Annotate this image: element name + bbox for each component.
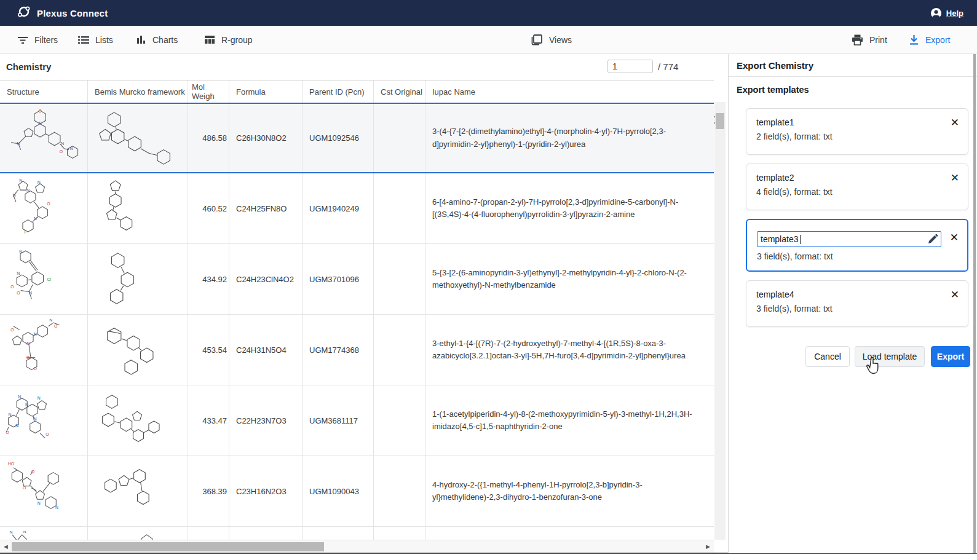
delete-template-icon[interactable]: ✕ — [951, 290, 959, 300]
framework-cell — [88, 244, 188, 314]
table-row[interactable]: NN — [0, 527, 714, 540]
table-row[interactable]: NNNNONNO 433.47 C22H23N7O3 UGM3681117 1-… — [0, 385, 714, 456]
iupac-name-value: 4-hydroxy-2-({1-methyl-4-phenyl-1H-pyrro… — [432, 479, 700, 503]
help-label: Help — [946, 9, 963, 18]
table-row[interactable]: NNClONO 434.92 C24H23ClN4O2 UGM3701096 5… — [0, 244, 714, 315]
horizontal-scrollbar[interactable]: ◄ ► — [0, 540, 714, 553]
framework-cell — [88, 173, 188, 243]
table-row[interactable]: HOOONN 368.39 C23H16N2O3 UGM1090043 4-hy… — [0, 456, 714, 527]
svg-text:Cl: Cl — [47, 277, 52, 282]
molecule-structure-drawing: NNNNONNO — [4, 390, 84, 451]
svg-text:HO: HO — [8, 462, 14, 466]
structure-cell: NNNONFN — [0, 173, 88, 243]
svg-text:O: O — [47, 202, 50, 206]
bar-chart-icon — [136, 35, 146, 44]
table-row[interactable]: ONNNON 486.58 C26H30N8O2 UGM1092546 3-(4… — [0, 103, 714, 173]
mol-weight-value: 460.52 — [202, 204, 227, 213]
delete-template-icon[interactable]: ✕ — [951, 117, 959, 128]
filters-button[interactable]: Filters — [17, 26, 58, 53]
formula-value: C23H16N2O3 — [236, 487, 287, 496]
scroll-right-icon[interactable]: ► — [705, 543, 711, 550]
molecule-structure-drawing: ONNNON — [4, 108, 84, 169]
table-grid-icon — [204, 35, 215, 44]
views-button[interactable]: Views — [531, 26, 572, 53]
svg-text:O: O — [54, 324, 57, 328]
vertical-scrollbar[interactable] — [714, 102, 726, 540]
rename-pencil-icon[interactable] — [927, 234, 938, 247]
svg-text:N: N — [34, 417, 37, 421]
download-arrow-icon — [909, 34, 919, 45]
page-total-label: / 774 — [658, 61, 678, 72]
export-button-toolbar[interactable]: Export — [909, 26, 950, 53]
export-panel-header: Export Chemistry — [729, 54, 977, 77]
column-header-molweight[interactable]: Mol Weigh — [188, 81, 229, 103]
svg-text:N: N — [38, 180, 41, 184]
column-header-iupac[interactable]: Iupac Name — [425, 81, 714, 103]
murcko-framework-drawing — [92, 460, 184, 522]
cancel-button[interactable]: Cancel — [805, 346, 850, 367]
bulleted-list-icon — [78, 36, 89, 44]
scroll-left-icon[interactable]: ◄ — [2, 543, 9, 550]
column-header-cstoriginal[interactable]: Cst Original — [374, 81, 425, 103]
column-header-formula[interactable]: Formula — [229, 81, 303, 103]
template-card[interactable]: template1 2 field(s), format: txt ✕ — [746, 108, 968, 155]
molecule-structure-drawing: NNClONO — [4, 248, 84, 310]
page-title: Chemistry — [6, 61, 51, 72]
delete-template-icon[interactable]: ✕ — [951, 173, 959, 183]
column-header-bemis[interactable]: Bemis Murcko framework — [88, 81, 188, 103]
svg-text:O: O — [45, 432, 49, 436]
mol-weight-value: 434.92 — [202, 275, 227, 284]
load-template-button[interactable]: Load template — [855, 346, 925, 367]
export-confirm-button[interactable]: Export — [931, 346, 970, 367]
molecule-structure-drawing: ONNONOO — [4, 319, 84, 381]
svg-text:N: N — [17, 141, 20, 145]
help-link[interactable]: Help — [930, 0, 963, 26]
printer-icon — [852, 34, 863, 45]
svg-text:O: O — [34, 366, 37, 371]
page-number-input[interactable] — [607, 60, 653, 73]
app-brand: Plexus Connect — [17, 0, 108, 26]
template-details: 2 field(s), format: txt — [756, 132, 958, 141]
molecule-structure-drawing: NN — [4, 531, 84, 540]
formula-value: C22H23N7O3 — [236, 416, 287, 425]
framework-cell — [88, 385, 188, 455]
structure-cell: HOOONN — [0, 456, 88, 526]
svg-text:N: N — [19, 178, 22, 183]
window-right-edge — [973, 54, 976, 553]
template-card[interactable]: template2 4 field(s), format: txt ✕ — [746, 164, 968, 210]
charts-button[interactable]: Charts — [136, 26, 178, 53]
print-button[interactable]: Print — [852, 26, 887, 53]
svg-text:O: O — [6, 430, 9, 435]
rgroup-button[interactable]: R-group — [204, 26, 253, 53]
template-card[interactable]: template4 3 field(s), format: txt ✕ — [746, 280, 968, 327]
vertical-scroll-thumb[interactable] — [716, 113, 724, 129]
svg-text:N: N — [26, 188, 30, 192]
template-card-editing[interactable]: 3 field(s), format: txt ✕ — [746, 219, 968, 272]
formula-value: C24H25FN8O — [236, 204, 287, 213]
svg-text:O: O — [31, 470, 34, 474]
parent-id-value: UGM1090043 — [309, 487, 359, 496]
table-header-row: Structure Bemis Murcko framework Mol Wei… — [0, 81, 714, 103]
table-row[interactable]: NNNONFN 460.52 C24H25FN8O UGM1940249 6-[… — [0, 173, 714, 244]
svg-text:O: O — [60, 149, 63, 153]
svg-text:O: O — [10, 328, 14, 332]
horizontal-scroll-thumb[interactable] — [12, 542, 324, 551]
structure-cell: NNNNONNO — [0, 385, 88, 455]
svg-text:N: N — [17, 271, 20, 275]
svg-text:O: O — [38, 108, 41, 112]
iupac-name-value: 3-(4-{7-[2-(dimethylamino)ethyl]-4-(morp… — [432, 125, 700, 150]
delete-template-icon[interactable]: ✕ — [950, 232, 959, 243]
table-row[interactable]: ONNONOO 453.54 C24H31N5O4 UGM1774368 3-e… — [0, 315, 714, 385]
export-panel: Export Chemistry Export templates templa… — [728, 54, 977, 553]
murcko-framework-drawing — [92, 248, 184, 310]
lists-button[interactable]: Lists — [78, 26, 113, 53]
column-header-parentid[interactable]: Parent ID (Pcn) — [303, 81, 374, 103]
iupac-name-value: 6-[4-amino-7-(propan-2-yl)-7H-pyrrolo[2,… — [432, 196, 700, 221]
column-header-structure[interactable]: Structure — [0, 81, 88, 103]
export-templates-heading: Export templates — [737, 85, 809, 95]
iupac-name-value: 3-ethyl-1-{4-[(7R)-7-(2-hydroxyethyl)-7-… — [432, 337, 700, 362]
formula-value: C24H23ClN4O2 — [236, 275, 294, 284]
template-name-input[interactable] — [761, 234, 917, 244]
svg-text:N: N — [9, 412, 12, 417]
parent-id-value: UGM3681117 — [309, 416, 358, 425]
